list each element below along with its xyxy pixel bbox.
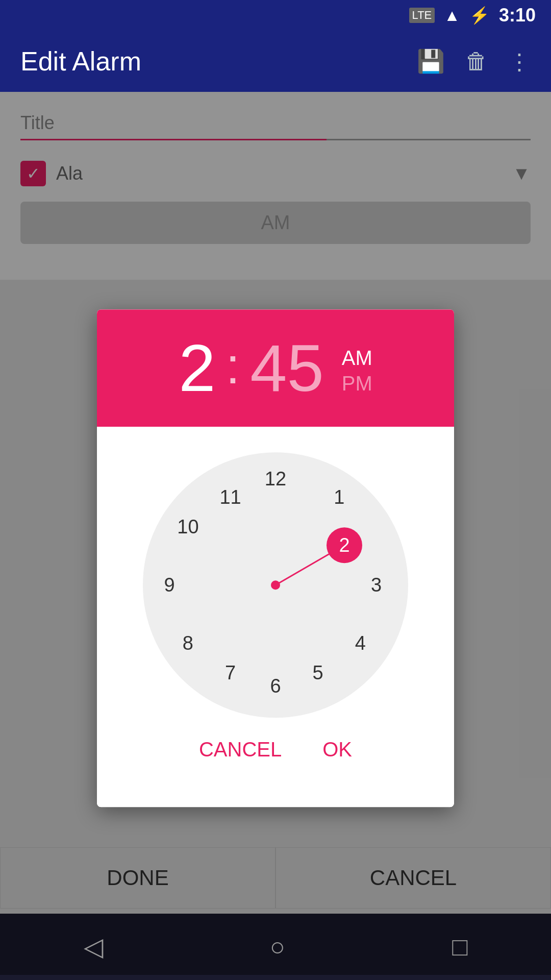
clock-9[interactable]: 9 — [164, 574, 174, 596]
signal-icon: ▲ — [444, 6, 460, 25]
delete-icon[interactable]: 🗑 — [465, 48, 488, 74]
clock-face[interactable]: 12 1 2 3 4 5 6 7 — [143, 452, 408, 718]
clock-12[interactable]: 12 — [265, 468, 286, 490]
status-icons: LTE ▲ ⚡ 3:10 — [409, 5, 536, 26]
page-content: Title ✓ Ala ▼ AM 2 : 45 AM PM — [0, 92, 551, 975]
am-pm-selector: AM PM — [342, 347, 372, 395]
dialog-actions: CANCEL OK — [168, 723, 383, 787]
clock-2-selected[interactable]: 2 — [327, 527, 362, 563]
clock-5[interactable]: 5 — [313, 662, 323, 683]
clock-2-label: 2 — [339, 534, 350, 556]
app-bar-actions: 💾 🗑 ⋮ — [417, 48, 531, 75]
am-label[interactable]: AM — [342, 347, 372, 370]
clock-center-dot — [271, 580, 280, 590]
lte-icon: LTE — [409, 8, 435, 23]
dialog-header: 2 : 45 AM PM — [97, 309, 454, 427]
time-hour-display[interactable]: 2 — [179, 335, 215, 401]
time-minutes-display[interactable]: 45 — [250, 335, 324, 401]
dialog-ok-button[interactable]: OK — [312, 733, 362, 766]
clock-7[interactable]: 7 — [225, 662, 236, 683]
clock-11[interactable]: 11 — [219, 486, 241, 508]
clock-1[interactable]: 1 — [334, 486, 344, 508]
app-bar: Edit Alarm 💾 🗑 ⋮ — [0, 31, 551, 92]
clock-time: 3:10 — [499, 5, 536, 26]
time-picker-dialog: 2 : 45 AM PM 12 1 2 — [97, 309, 454, 807]
clock-8[interactable]: 8 — [183, 632, 193, 654]
dialog-cancel-button[interactable]: CANCEL — [189, 733, 292, 766]
clock-3[interactable]: 3 — [371, 574, 382, 596]
clock-6[interactable]: 6 — [270, 675, 281, 697]
pm-label[interactable]: PM — [342, 372, 372, 395]
dialog-body: 12 1 2 3 4 5 6 7 — [97, 427, 454, 807]
more-options-icon[interactable]: ⋮ — [508, 48, 531, 75]
clock-container[interactable]: 12 1 2 3 4 5 6 7 — [143, 452, 408, 718]
clock-4[interactable]: 4 — [355, 632, 366, 654]
page-title: Edit Alarm — [20, 46, 402, 77]
status-bar: LTE ▲ ⚡ 3:10 — [0, 0, 551, 31]
time-colon: : — [226, 336, 240, 395]
clock-10[interactable]: 10 — [177, 516, 198, 537]
save-icon[interactable]: 💾 — [417, 48, 445, 75]
battery-icon: ⚡ — [469, 6, 490, 25]
